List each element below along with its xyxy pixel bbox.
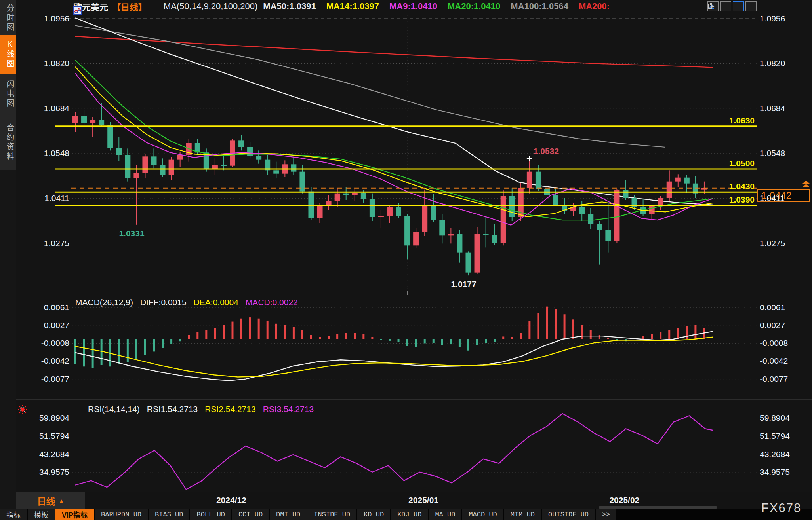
candle-body [352,193,358,195]
pane-separator [16,399,812,400]
ma-params-label: MA(50,14,9,20,100,200) [164,1,257,11]
tab-outside-ud[interactable]: OUTSIDE_UD [542,509,595,520]
ma-legend-value-5: MA200: [579,1,610,11]
macd-title: MACD(26,12,9) [75,298,133,307]
tab-模板[interactable]: 模板 [28,509,55,520]
macd-axis-label: -0.0008 [16,338,69,348]
tab-ma-ud[interactable]: MA_UD [429,509,461,520]
sidebar-item-0[interactable]: 分时图 [0,2,16,34]
macd-axis-label: 0.0061 [760,303,785,312]
rsi3-value: RSI3:54.2713 [263,404,314,414]
level-price-label: 1.0630 [16,116,755,125]
level-price-label: 1.0500 [16,159,755,168]
main-candlestick-chart[interactable] [0,0,812,295]
macd-axis-label: -0.0077 [16,374,69,384]
candle-body [422,205,427,232]
left-sidebar: 分时图K线图闪电图合约资料 [0,0,16,520]
tab-cci-ud[interactable]: CCI_UD [232,509,269,520]
candle-body [492,235,497,243]
rsi-axis-label: 59.8904 [16,413,69,423]
candle-body [465,253,471,273]
price-axis-label: 1.0820 [16,59,69,68]
tab-kd-ud[interactable]: KD_UD [357,509,390,520]
tab-inside-ud[interactable]: INSIDE_UD [307,509,356,520]
candle-body [483,234,489,235]
chevron-up-icon: ▲ [59,497,65,504]
rsi-axis-label: 59.8904 [760,413,790,423]
macd-chart[interactable] [0,296,812,399]
brand-watermark: FX678 [761,501,801,515]
candle-body [475,234,480,273]
collapse-panel-icon[interactable] [745,1,757,11]
price-axis-label: 1.0820 [760,59,785,68]
candle-body [457,234,462,253]
rsi-header: RSI(14,14,14) RSI1:54.2713 RSI2:54.2713 … [88,404,314,414]
pane-separator [16,296,812,296]
rsi-axis-label: 34.9575 [16,467,69,477]
tab-vip指标[interactable]: VIP指标 [55,509,94,520]
macd-diff-value: DIFF:0.0015 [140,298,187,307]
ma50-line [75,18,713,205]
sidebar-item-1[interactable]: K线图 [0,35,16,74]
ma-legend-value-4: MA100:1.0564 [511,1,568,11]
price-axis-label: 1.0411 [760,194,785,203]
ma-legend-value-0: MA50:1.0391 [263,1,316,11]
price-axis-label: 1.0956 [16,14,69,23]
ma-legend-value-3: MA20:1.0410 [448,1,500,11]
scrollbar-thumb[interactable] [599,506,717,509]
candle-body [343,194,349,195]
candle-body [238,140,244,147]
price-up-arrows-icon [802,180,810,188]
price-axis-label: 1.0275 [760,239,785,248]
rsi2-value: RSI2:54.2713 [205,404,255,414]
macd-axis-label: -0.0042 [760,356,788,366]
axis-scale-icon[interactable] [720,1,731,11]
axis-scale-active-icon[interactable] [733,1,744,11]
tab-barupdn-ud[interactable]: BARUPDN_UD [95,509,148,520]
level-price-label: 1.0430 [16,182,755,191]
tab-macd-ud[interactable]: MACD_UD [462,509,503,520]
period-selector[interactable]: 日线 ▲ [16,492,85,509]
candle-body [448,234,454,235]
candle-body [387,207,393,216]
macd-header: MACD(26,12,9) DIFF:0.0015 DEA:0.0004 MAC… [75,298,298,307]
tab-boll-ud[interactable]: BOLL_UD [190,509,231,520]
candle-body [588,214,593,224]
macd-value: MACD:0.0022 [246,298,298,307]
rsi-axis-label: 51.5794 [16,431,69,441]
candle-body [597,224,602,230]
candle-body [378,216,384,217]
candle-body [675,178,681,182]
tab--[interactable]: >> [596,509,616,520]
rsi-axis-label: 43.2684 [16,450,69,459]
candle-body [579,207,585,214]
ma-legend-value-2: MA9:1.0410 [389,1,437,11]
chart-app: 分时图K线图闪电图合约资料 欧元美元 【日线】 MA(50,14,9,20,10… [0,0,812,520]
candle-body [317,205,323,218]
macd-axis-label: 0.0027 [16,321,69,330]
diff-line [75,331,713,380]
candle-body [431,205,436,220]
price-annotation: 1.0331 [119,229,144,238]
tab-kdj-ud[interactable]: KDJ_UD [391,509,428,520]
macd-axis-label: 0.0027 [760,321,785,330]
tab-dmi-ud[interactable]: DMI_UD [270,509,307,520]
price-axis-label: 1.0548 [16,148,69,158]
period-badge[interactable]: 【日线】 [112,0,147,13]
indicator-tabbar: 指标模板VIP指标BARUPDN_UDBIAS_UDBOLL_UDCCI_UDD… [0,509,812,520]
tab-bias-ud[interactable]: BIAS_UD [149,509,189,520]
sidebar-item-3[interactable]: 合约资料 [0,115,16,170]
candle-body [133,173,139,178]
price-annotation: 1.0532 [534,146,559,156]
chart-header: 欧元美元 【日线】 MA(50,14,9,20,100,200) MA50:1.… [73,1,610,12]
x-axis-row: 日线 ▲ 2024/122025/012025/02 [16,492,812,509]
sidebar-item-2[interactable]: 闪电图 [0,77,16,112]
tab-指标[interactable]: 指标 [0,509,27,520]
x-axis-date-label: 2024/12 [216,495,246,505]
candle-body [439,220,445,235]
tab-mtm-ud[interactable]: MTM_UD [504,509,541,520]
ma200-line [75,36,713,67]
candle-body [413,232,419,245]
price-annotation: 1.0177 [451,279,476,289]
rsi-axis-label: 43.2684 [760,450,790,459]
